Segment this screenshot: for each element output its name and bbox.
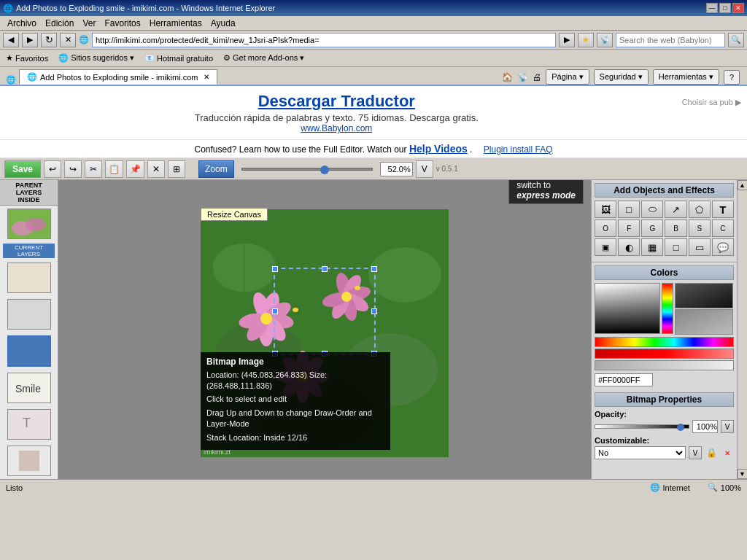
save-button[interactable]: Save (4, 160, 41, 178)
obj-btn-rect[interactable]: □ (618, 201, 640, 218)
obj-btn-g[interactable]: G (641, 219, 663, 237)
dark-color-patch[interactable] (675, 283, 733, 308)
layer-thumb-6[interactable]: T (7, 409, 51, 440)
refresh-button[interactable]: ↻ (41, 33, 57, 47)
zoom-input[interactable] (380, 162, 413, 176)
obj-btn-box[interactable]: □ (665, 238, 686, 256)
opacity-slider[interactable] (595, 424, 689, 429)
layer-thumb-5[interactable]: Smile (7, 373, 51, 403)
layer-thumb-7[interactable] (7, 446, 51, 476)
layer-thumb-active[interactable] (7, 335, 51, 366)
obj-btn-polygon[interactable]: ⬠ (689, 201, 711, 218)
obj-btn-image[interactable]: 🖼 (595, 201, 616, 218)
express-mode-button[interactable]: switch to express mode (508, 180, 584, 204)
menu-herramientas[interactable]: Herramientas (145, 17, 206, 30)
delete-button[interactable]: ✕ (147, 160, 165, 178)
menu-ver[interactable]: Ver (78, 17, 100, 30)
menu-ayuda[interactable]: Ayuda (206, 17, 240, 30)
obj-btn-ellipse[interactable]: ⬭ (641, 201, 663, 218)
redo-button[interactable]: ↪ (64, 160, 82, 178)
light-color-patch[interactable] (675, 309, 733, 335)
obj-btn-grid2[interactable]: ▦ (641, 238, 663, 256)
handle-left-middle[interactable] (272, 308, 278, 314)
layer-thumb-1[interactable] (7, 209, 51, 239)
plugin-faq-link[interactable]: Plugin install FAQ (484, 144, 553, 155)
zoom-slider[interactable] (241, 168, 373, 171)
color-gray-bar[interactable] (595, 360, 734, 370)
tab-close-icon[interactable]: ✕ (204, 73, 209, 81)
cut-button[interactable]: ✂ (85, 160, 102, 178)
customizable-select[interactable]: No (595, 446, 686, 459)
handle-top-right[interactable] (371, 266, 377, 272)
paste-button[interactable]: 📌 (126, 160, 144, 178)
obj-btn-text[interactable]: T (712, 201, 734, 218)
main-tab[interactable]: 🌐 Add Photos to Exploding smile - imikim… (19, 69, 217, 85)
lock-icon[interactable]: 🔒 (705, 446, 718, 459)
menu-archivo[interactable]: Archivo (3, 17, 41, 30)
opacity-v-button[interactable]: V (721, 420, 734, 433)
help-videos-link[interactable]: Help Videos (409, 143, 468, 155)
ad-label[interactable]: Choisir sa pub ▶ (682, 92, 741, 107)
color-hex-input[interactable] (595, 373, 653, 386)
page-button[interactable]: Página ▾ (546, 69, 589, 85)
handle-top-left[interactable] (272, 266, 278, 272)
url-input[interactable] (92, 33, 556, 47)
color-red-bar[interactable] (595, 349, 734, 359)
fav-hotmail[interactable]: 📧 Hotmail gratuito (142, 52, 216, 64)
go-button[interactable]: ▶ (559, 33, 575, 47)
obj-btn-halftone[interactable]: ◐ (618, 238, 640, 256)
minimize-button[interactable]: — (706, 3, 718, 13)
menu-edicion[interactable]: Edición (41, 17, 78, 30)
maximize-button[interactable]: □ (719, 3, 731, 13)
obj-btn-b[interactable]: B (665, 219, 686, 237)
tools-button[interactable]: Herramientas ▾ (653, 69, 719, 85)
home-icon[interactable]: 🏠 (502, 72, 513, 82)
close-button[interactable]: ✕ (732, 3, 744, 13)
scroll-down-button[interactable]: ▼ (738, 469, 748, 479)
zoom-v-button[interactable]: V (416, 160, 433, 178)
color-gradient-picker[interactable] (595, 283, 660, 334)
obj-btn-f[interactable]: F (618, 219, 640, 237)
search-input[interactable] (616, 33, 725, 47)
fav-favoritos[interactable]: ★ Favoritos (3, 52, 51, 64)
fav-sitios[interactable]: 🌐 Sitios sugeridos ▾ (55, 52, 137, 64)
obj-btn-o[interactable]: O (595, 219, 616, 237)
undo-button[interactable]: ↩ (44, 160, 61, 178)
stop-button[interactable]: ✕ (60, 33, 76, 47)
menu-favoritos[interactable]: Favoritos (100, 17, 144, 30)
opacity-input[interactable] (692, 420, 718, 433)
hue-slider[interactable] (662, 283, 673, 334)
layer-thumb-2[interactable] (7, 262, 51, 293)
help-button[interactable]: ? (724, 70, 740, 85)
security-button[interactable]: Seguridad ▾ (594, 69, 649, 85)
search-go-button[interactable]: 🔍 (728, 33, 744, 47)
feeds-icon[interactable]: 📡 (517, 72, 528, 82)
customizable-v-button[interactable]: V (689, 446, 702, 459)
obj-btn-arrow[interactable]: ↗ (665, 201, 686, 218)
print-icon[interactable]: 🖨 (533, 72, 541, 82)
obj-btn-rect2[interactable]: ▭ (689, 238, 711, 256)
banner-link[interactable]: www.Babylon.com (301, 123, 372, 133)
delete-icon[interactable]: ✕ (721, 446, 734, 459)
forward-button[interactable]: ▶ (22, 33, 38, 47)
zoom-button[interactable]: Zoom (198, 160, 234, 178)
color-spectrum-bar[interactable] (595, 337, 734, 347)
obj-btn-c[interactable]: C (712, 219, 734, 237)
handle-right-middle[interactable] (371, 308, 377, 314)
obj-btn-s[interactable]: S (689, 219, 711, 237)
obj-btn-bubble[interactable]: 💬 (712, 238, 734, 256)
fav-addons[interactable]: ⚙ Get more Add-ons ▾ (220, 52, 307, 64)
obj-btn-shadow[interactable]: ▣ (595, 238, 616, 256)
favorites-star[interactable]: ★ (578, 33, 594, 47)
back-button[interactable]: ◀ (3, 33, 19, 47)
handle-top-middle[interactable] (322, 266, 328, 272)
resize-canvas-button[interactable]: Resize Canvas (201, 208, 268, 221)
copy-button[interactable]: 📋 (105, 160, 123, 178)
layer-thumb-3[interactable] (7, 299, 51, 330)
scroll-up-button[interactable]: ▲ (738, 180, 748, 190)
grid-button[interactable]: ⊞ (168, 160, 185, 178)
opacity-thumb[interactable] (677, 424, 684, 431)
zoom-slider-thumb[interactable] (320, 166, 329, 174)
feeds-button[interactable]: 📡 (597, 33, 613, 47)
banner-title[interactable]: Descargar Traductor (6, 92, 667, 111)
